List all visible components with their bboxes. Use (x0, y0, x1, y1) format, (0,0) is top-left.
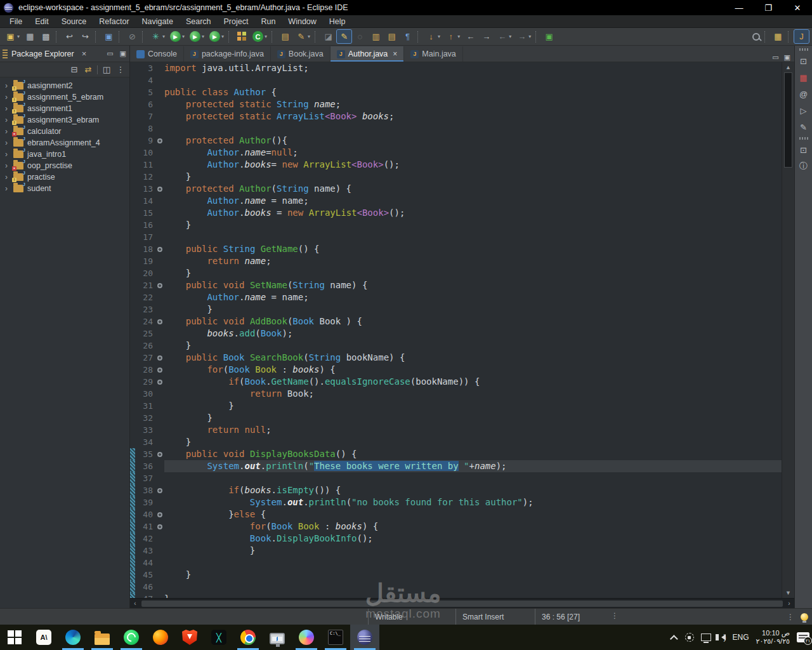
fold-marker-icon[interactable] (155, 135, 164, 147)
menu-edit[interactable]: Edit (29, 16, 55, 27)
code-line[interactable]: 28 for(Book Book : books) { (130, 364, 782, 376)
sidebar-item-aasignment2[interactable]: ›!aasignment2 (0, 80, 129, 91)
dropdown-arrow-icon[interactable]: ▾ (202, 34, 204, 39)
restore-button[interactable]: ❐ (754, 0, 783, 15)
panel-minimize-button[interactable]: ▭ (103, 50, 116, 58)
code-line[interactable]: 43 } (130, 545, 782, 557)
code-line[interactable]: 44 (130, 557, 782, 569)
vertical-scroll-thumb[interactable] (784, 72, 792, 168)
code-line[interactable]: 33 return null; (130, 424, 782, 436)
code-line[interactable]: 30 return Book; (130, 388, 782, 400)
clock[interactable]: 10:10 ص ٢٠٢٥/٠٩/٢٥ (756, 629, 790, 646)
brave-app[interactable] (175, 625, 204, 650)
code-line[interactable]: 34 } (130, 436, 782, 448)
dropdown-arrow-icon[interactable]: ▾ (221, 34, 224, 39)
tray-chevron-up-icon[interactable] (670, 635, 678, 643)
vertical-scrollbar[interactable]: ▲ ▼ (782, 62, 794, 598)
show-whitespace-button[interactable]: ¶ (400, 30, 415, 43)
notifications-icon[interactable]: ٢١ (797, 632, 809, 642)
menu-project[interactable]: Project (218, 16, 254, 27)
horizontal-scrollbar[interactable]: ‹ › (130, 598, 794, 608)
restore-pane-button[interactable]: ⊡ (797, 55, 811, 67)
fold-marker-icon[interactable] (155, 364, 164, 376)
menu-window[interactable]: Window (282, 16, 322, 27)
fold-marker-icon[interactable] (155, 448, 164, 460)
editor-maximize-button[interactable]: ▣ (784, 53, 790, 62)
eclipse-app[interactable] (350, 625, 379, 650)
javadoc-view-button[interactable]: @ (797, 88, 811, 100)
code-line[interactable]: 20 } (130, 267, 782, 279)
edge-app[interactable] (58, 625, 88, 650)
system-monitor-app[interactable] (263, 625, 292, 650)
code-line[interactable]: 47} (130, 593, 782, 598)
menu-run[interactable]: Run (255, 16, 281, 27)
team-sync-button[interactable]: ◌ (353, 30, 367, 43)
minimize-button[interactable]: — (724, 0, 754, 15)
status-overflow-icon[interactable]: ⋮ (611, 611, 619, 620)
file-explorer-app[interactable] (88, 625, 117, 650)
fold-marker-icon[interactable] (155, 315, 164, 328)
horizontal-scroll-thumb[interactable] (141, 600, 783, 607)
fold-marker-icon[interactable] (155, 279, 164, 291)
tab-close-icon[interactable]: × (393, 50, 397, 58)
code-line[interactable]: 22 Author.name = name; (130, 291, 782, 303)
code-line[interactable]: 37 (130, 472, 782, 484)
tab-book-java[interactable]: JBook.java (271, 46, 331, 62)
speaker-icon[interactable] (718, 634, 726, 640)
last-edit-location-button[interactable]: ← (463, 30, 478, 43)
new-java-class-button[interactable]: C▾ (251, 30, 269, 43)
link-with-editor-button[interactable]: ⇄ (82, 64, 95, 76)
restore-pane-2-button[interactable]: ⊡ (797, 143, 811, 156)
help-view-button[interactable]: ⓘ (797, 160, 811, 173)
next-annotation-button[interactable]: ↓▾ (424, 30, 442, 43)
code-line[interactable]: 4 (130, 74, 782, 86)
editor-minimize-button[interactable]: ▭ (772, 53, 778, 62)
coverage-button[interactable]: ▶▾ (188, 30, 206, 43)
code-line[interactable]: 15 Author.books = new ArrayList<Book>(); (130, 207, 782, 219)
dropdown-arrow-icon[interactable]: ▾ (509, 34, 511, 39)
filters-button[interactable]: ◫ (100, 64, 113, 76)
code-line[interactable]: 18 public String GetName() { (130, 243, 782, 255)
code-line[interactable]: 39 System.out.println("no books found fo… (130, 496, 782, 508)
whatsapp-app[interactable] (117, 625, 146, 650)
tab-package-info-java[interactable]: Jpackage-info.java (184, 46, 271, 62)
debug-button[interactable]: ✳▾ (148, 30, 167, 43)
skip-all-breakpoints-button[interactable]: ⊘ (125, 30, 140, 43)
scroll-down-icon[interactable]: ▼ (782, 588, 794, 598)
code-line[interactable]: 35 public void DisplayBooksData() { (130, 448, 782, 460)
fold-marker-icon[interactable] (155, 376, 164, 388)
sidebar-item-calculator[interactable]: ›×calculator (0, 126, 129, 137)
open-console-button[interactable]: ▣ (102, 30, 116, 43)
sidebar-item-sudent[interactable]: ›sudent (0, 183, 129, 194)
dropdown-arrow-icon[interactable]: ▾ (17, 34, 20, 39)
claude-app[interactable] (29, 625, 58, 650)
code-line[interactable]: 17 (130, 231, 782, 243)
run-button[interactable]: ▶▾ (168, 30, 187, 43)
toggle-block-selection-button[interactable]: ▥ (369, 30, 383, 43)
search-pen-button[interactable]: ✎ (797, 121, 811, 133)
menu-search[interactable]: Search (180, 16, 217, 27)
new-wizard-button[interactable]: ▣▾ (3, 30, 22, 43)
tab-author-java[interactable]: JAuthor.java× (331, 46, 405, 62)
code-line[interactable]: 11 Author.books= new ArrayList<Book>(); (130, 159, 782, 171)
firefox-app[interactable] (146, 625, 175, 650)
fold-marker-icon[interactable] (155, 352, 164, 364)
menu-file[interactable]: File (4, 16, 28, 27)
scroll-up-icon[interactable]: ▲ (782, 62, 794, 72)
code-line[interactable]: 19 return name; (130, 255, 782, 267)
code-line[interactable]: 7 protected static ArrayList<Book> books… (130, 110, 782, 123)
dropdown-arrow-icon[interactable]: ▾ (265, 34, 267, 39)
code-line[interactable]: 46 (130, 581, 782, 593)
open-resource-button[interactable]: ▤ (278, 30, 292, 43)
java-perspective-button[interactable]: J (794, 30, 809, 43)
fold-marker-icon[interactable] (155, 484, 164, 496)
code-line[interactable]: 25 books.add(Book); (130, 328, 782, 340)
code-line[interactable]: 23 } (130, 303, 782, 315)
close-button[interactable]: ✕ (783, 0, 812, 15)
code-line[interactable]: 6 protected static String name; (130, 98, 782, 110)
open-perspective-button[interactable]: ▦ (771, 30, 785, 43)
save-all-button[interactable]: ▩ (39, 30, 53, 43)
panel-maximize-button[interactable]: ▣ (117, 50, 129, 58)
tab-console[interactable]: Console (130, 46, 184, 62)
fold-marker-icon[interactable] (155, 508, 164, 521)
